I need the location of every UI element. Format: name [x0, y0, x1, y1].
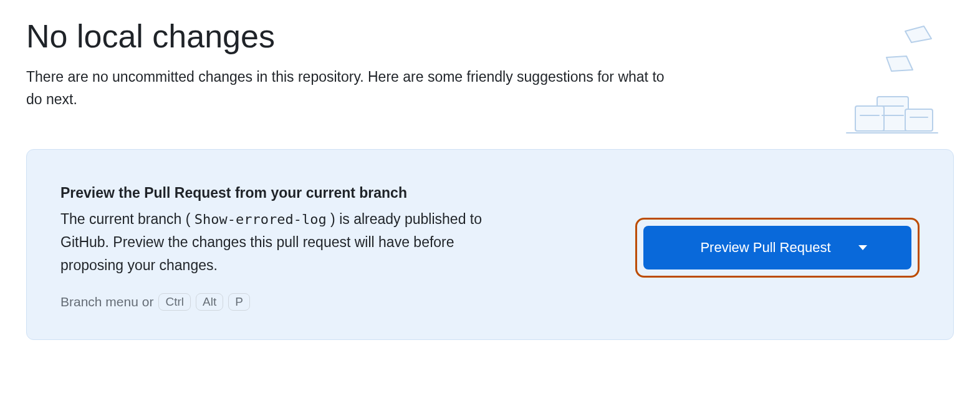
page-title: No local changes	[26, 17, 954, 55]
svg-rect-1	[855, 106, 884, 131]
shortcut-prefix: Branch menu or	[60, 294, 153, 309]
shortcut-hint: Branch menu or Ctrl Alt P	[60, 293, 610, 311]
card-action-area: Preview Pull Request	[635, 218, 920, 278]
page-subtitle: There are no uncommitted changes in this…	[26, 66, 681, 110]
suggestion-card: Preview the Pull Request from your curre…	[26, 149, 954, 339]
primary-button-label: Preview Pull Request	[700, 240, 830, 256]
caret-down-icon	[858, 245, 867, 250]
svg-rect-2	[905, 109, 933, 131]
kbd-p: P	[228, 293, 250, 311]
card-title: Preview the Pull Request from your curre…	[60, 185, 610, 201]
branch-name: Show-errored-log	[195, 211, 327, 227]
highlight-ring: Preview Pull Request	[635, 218, 920, 278]
kbd-ctrl: Ctrl	[158, 293, 191, 311]
card-text-block: Preview the Pull Request from your curre…	[60, 185, 610, 310]
card-body-prefix: The current branch (	[60, 211, 195, 227]
kbd-alt: Alt	[196, 293, 223, 311]
preview-pull-request-button[interactable]: Preview Pull Request	[643, 226, 911, 269]
card-body: The current branch ( Show-errored-log ) …	[60, 208, 516, 276]
svg-rect-0	[877, 97, 908, 131]
